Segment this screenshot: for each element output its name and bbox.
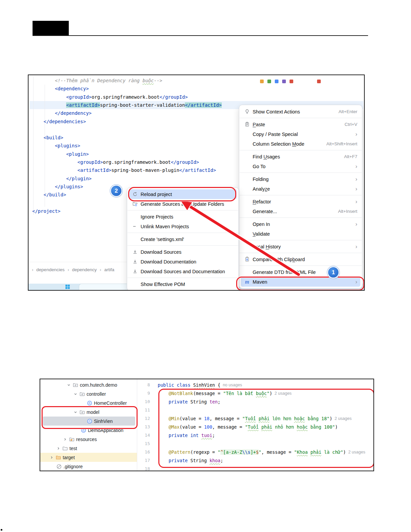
menu-item-label: Download Sources	[141, 249, 234, 255]
menu-item-validate[interactable]: Validate	[241, 229, 360, 239]
tree-item-controller[interactable]: controller	[73, 389, 106, 398]
tree-item-com-hutech-demo[interactable]: com.hutech.demo	[66, 380, 117, 389]
menu-separator	[240, 195, 362, 195]
menu-separator	[127, 210, 238, 210]
menu-item-go-to[interactable]: Go To ›	[241, 161, 360, 171]
menu-item-label: Local History	[253, 244, 350, 249]
chevron-down-icon[interactable]	[66, 383, 71, 387]
gitignore-icon	[56, 464, 62, 469]
menu-shortcut: Alt+F7	[344, 154, 357, 159]
menu-item-label: Refactor	[253, 199, 350, 204]
menu-item-create-settings-xml[interactable]: Create 'settings.xml'	[129, 234, 237, 244]
chevron-right-icon[interactable]	[56, 447, 61, 450]
menu-item-label: Paste	[253, 122, 339, 127]
menu-shortcut: Alt+Insert	[338, 209, 357, 214]
menu-item-find-usages[interactable]: Find Usages Alt+F7	[241, 152, 360, 161]
menu-item-label: Generate DTD from XML File	[253, 270, 357, 275]
header-rule	[33, 35, 368, 36]
svg-text:C: C	[89, 401, 91, 405]
menu-item-paste[interactable]: Paste Ctrl+V	[241, 119, 360, 129]
menu-separator	[127, 278, 238, 278]
breadcrumb-chevron-icon: ›	[67, 267, 69, 272]
download-icon	[132, 269, 139, 274]
code-line[interactable]: public class SinhVien { no usages	[158, 381, 373, 389]
download-icon	[132, 259, 139, 264]
breadcrumb-chevron-icon: ›	[32, 267, 33, 272]
clipboard-icon	[244, 122, 251, 127]
menu-item-open-in[interactable]: Open In ›	[241, 219, 360, 229]
menu-item-label: Ignore Projects	[141, 214, 234, 220]
tree-item-label: controller	[87, 391, 106, 397]
tree-item-gitignore[interactable]: .gitignore	[56, 462, 83, 471]
menu-separator	[240, 217, 362, 218]
menu-item-show-context-actions[interactable]: Show Context Actions Alt+Enter	[241, 107, 360, 116]
chevron-right-icon[interactable]	[63, 438, 67, 441]
menu-item-label: Analyze	[253, 186, 350, 192]
menu-item-folding[interactable]: Folding ›	[241, 174, 360, 184]
package-icon	[72, 382, 79, 388]
menu-shortcut: Ctrl+V	[345, 122, 357, 127]
line-number: 10	[138, 397, 150, 406]
windows-start-icon[interactable]	[65, 285, 70, 289]
tree-item-test[interactable]: test	[56, 444, 77, 453]
line-number: 11	[138, 406, 150, 414]
chevron-down-icon[interactable]	[73, 392, 78, 396]
breadcrumb-item[interactable]: artifa	[104, 267, 114, 272]
menu-item-compare-with-clipboard[interactable]: Compare with Clipboard	[241, 254, 360, 264]
tree-item-label: HomeController	[94, 400, 127, 406]
breadcrumb: › dependencies › dependency › artifa	[32, 266, 114, 273]
menu-item-column-selection-mode[interactable]: Column Selection Mode Alt+Shift+Insert	[241, 139, 360, 149]
menu-separator	[240, 118, 362, 118]
menu-item-analyze[interactable]: Analyze ›	[241, 184, 360, 194]
menu-item-label: Generate Sources and Update Folders	[141, 201, 234, 207]
menu-item-unlink-maven-projects[interactable]: Unlink Maven Projects	[129, 222, 237, 231]
code-line[interactable]: <groupId>org.springframework.boot</group…	[32, 93, 364, 101]
menu-item-generate[interactable]: Generate... Alt+Insert	[241, 206, 360, 216]
menu-separator	[127, 245, 238, 246]
menu-shortcut: Alt+Shift+Insert	[326, 141, 357, 146]
line-number: 14	[138, 431, 150, 439]
menu-item-refactor[interactable]: Refactor ›	[241, 197, 360, 206]
menu-item-label: Download Documentation	[141, 259, 234, 264]
menu-item-generate-dtd-from-xml[interactable]: Generate DTD from XML File	[241, 267, 360, 277]
menu-separator	[240, 173, 362, 173]
chevron-right-icon[interactable]	[49, 456, 54, 459]
line-number: 17	[138, 456, 150, 465]
menu-item-download-sources[interactable]: Download Sources	[129, 247, 237, 257]
submenu-arrow-icon: ›	[355, 221, 357, 227]
code-line[interactable]: <!--Thêm phần Dependency ràng buộc-->	[32, 77, 364, 85]
submenu-arrow-icon: ›	[355, 131, 357, 137]
download-icon	[132, 249, 139, 254]
menu-item-label: Go To	[253, 164, 350, 169]
menu-item-download-sources-and-documentation[interactable]: Download Sources and Documentation	[129, 267, 237, 276]
line-number: 12	[138, 414, 150, 423]
menu-separator	[127, 233, 238, 233]
line-number: 15	[138, 439, 150, 448]
breadcrumb-item[interactable]: dependency	[72, 267, 97, 272]
maven-submenu: Reload project Generate Sources and Upda…	[127, 187, 239, 291]
menu-shortcut: Alt+Enter	[339, 109, 357, 114]
menu-separator	[240, 265, 362, 266]
menu-item-download-documentation[interactable]: Download Documentation	[129, 257, 237, 267]
menu-item-copy-paste-special[interactable]: Copy / Paste Special ›	[241, 129, 360, 139]
line-number: 13	[138, 423, 150, 431]
submenu-arrow-icon: ›	[355, 176, 357, 182]
code-line[interactable]: <dependency>	[32, 85, 364, 93]
menu-item-label: Validate	[253, 231, 357, 237]
submenu-arrow-icon: ›	[355, 244, 357, 249]
class-icon: C	[87, 400, 93, 406]
menu-item-label: Column Selection Mode	[253, 141, 321, 147]
folder-orange-icon	[55, 455, 61, 460]
tree-item-label: resources	[76, 437, 97, 442]
menu-item-ignore-projects[interactable]: Ignore Projects	[129, 212, 237, 222]
menu-item-label: Show Context Actions	[253, 109, 333, 114]
tree-item-target[interactable]: target	[49, 453, 75, 462]
breadcrumb-item[interactable]: dependencies	[36, 267, 64, 272]
tree-item-resources[interactable]: resources	[63, 435, 97, 444]
menu-item-show-effective-pom[interactable]: Show Effective POM	[129, 279, 237, 289]
editor-context-menu: Show Context Actions Alt+Enter Paste Ctr…	[239, 105, 362, 289]
folder-icon	[62, 446, 68, 451]
menu-item-label: Compare with Clipboard	[253, 257, 357, 262]
menu-item-label: Copy / Paste Special	[253, 132, 350, 137]
menu-item-local-history[interactable]: Local History ›	[241, 242, 360, 251]
